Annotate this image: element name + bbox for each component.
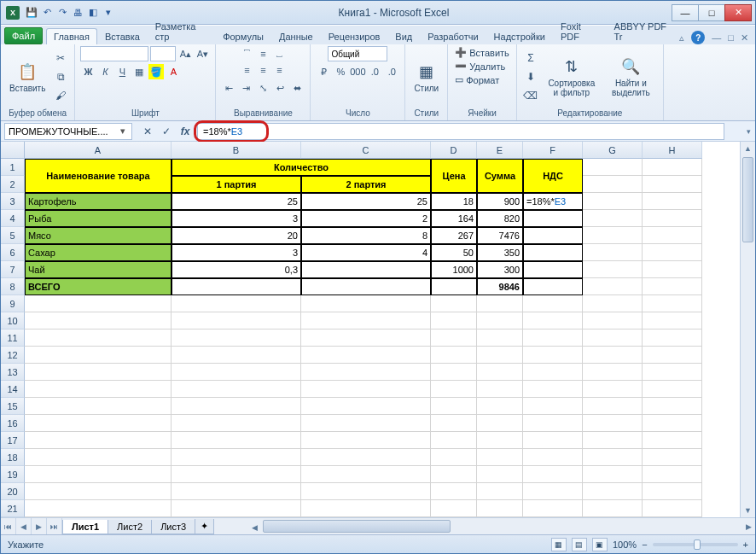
zoom-in-button[interactable]: + xyxy=(743,539,748,550)
cell[interactable]: 1000 xyxy=(431,261,477,278)
cell[interactable] xyxy=(583,227,643,244)
cell[interactable] xyxy=(301,449,431,466)
cell[interactable] xyxy=(643,415,702,432)
view-pagebreak-icon[interactable]: ▣ xyxy=(592,538,608,551)
cell[interactable] xyxy=(643,381,702,398)
cell[interactable] xyxy=(583,449,643,466)
font-color-icon[interactable]: A xyxy=(166,64,181,79)
cell[interactable] xyxy=(643,210,702,227)
cell[interactable] xyxy=(431,415,477,432)
row-header[interactable]: 18 xyxy=(1,449,25,466)
ribbon-minimize-icon[interactable]: ▵ xyxy=(679,32,684,44)
cell[interactable] xyxy=(643,227,702,244)
undo-icon[interactable]: ↶ xyxy=(40,6,54,20)
row-header[interactable]: 15 xyxy=(1,398,25,415)
cell[interactable]: 4 xyxy=(301,244,431,261)
cell[interactable] xyxy=(583,432,643,449)
cell[interactable] xyxy=(172,278,301,295)
cell[interactable] xyxy=(172,449,301,466)
row-header[interactable]: 4 xyxy=(1,210,25,227)
enter-formula-icon[interactable]: ✓ xyxy=(158,124,175,139)
cell[interactable] xyxy=(431,398,477,415)
cell[interactable] xyxy=(583,176,643,193)
cell[interactable]: 1 партия xyxy=(172,176,301,193)
cell[interactable] xyxy=(643,432,702,449)
cell[interactable] xyxy=(25,312,172,329)
cell[interactable] xyxy=(523,398,583,415)
vertical-scrollbar[interactable]: ▲ ▼ xyxy=(740,142,755,517)
cell[interactable] xyxy=(301,381,431,398)
row-header[interactable]: 11 xyxy=(1,329,25,347)
cell[interactable] xyxy=(25,381,172,398)
cell[interactable] xyxy=(643,329,702,347)
cell[interactable] xyxy=(643,483,702,500)
redo-icon[interactable]: ↷ xyxy=(55,6,69,20)
row-header[interactable]: 5 xyxy=(1,227,25,244)
cell[interactable] xyxy=(523,227,583,244)
cell[interactable] xyxy=(25,449,172,466)
cell[interactable] xyxy=(523,449,583,466)
cell[interactable] xyxy=(25,347,172,364)
cell[interactable] xyxy=(583,295,643,312)
cell[interactable] xyxy=(431,483,477,500)
formula-bar-expand-icon[interactable]: ▾ xyxy=(741,127,755,136)
orientation-icon[interactable]: ⤡ xyxy=(255,80,270,96)
cell[interactable]: НДС xyxy=(523,159,583,193)
cell[interactable] xyxy=(25,295,172,312)
select-all-corner[interactable] xyxy=(1,142,25,159)
cell[interactable] xyxy=(583,159,643,176)
col-header-G[interactable]: G xyxy=(583,142,643,159)
zoom-out-button[interactable]: − xyxy=(642,539,647,550)
cell[interactable] xyxy=(431,449,477,466)
row-header[interactable]: 1 xyxy=(1,159,25,176)
cell[interactable] xyxy=(477,364,523,381)
tab-pagelayout[interactable]: Разметка стр xyxy=(148,18,215,44)
cell[interactable] xyxy=(583,312,643,329)
cell[interactable] xyxy=(431,381,477,398)
font-family-select[interactable] xyxy=(80,46,148,61)
cell[interactable] xyxy=(477,483,523,500)
vscroll-thumb[interactable] xyxy=(742,157,753,242)
cell[interactable] xyxy=(583,398,643,415)
tab-developer[interactable]: Разработчи xyxy=(420,28,486,44)
cell[interactable]: Сумма xyxy=(477,159,523,193)
cell[interactable] xyxy=(477,329,523,347)
cell[interactable] xyxy=(172,364,301,381)
cell[interactable] xyxy=(25,466,172,483)
tab-home[interactable]: Главная xyxy=(46,28,97,44)
cell[interactable]: 3 xyxy=(172,210,301,227)
cell[interactable] xyxy=(643,500,702,517)
name-box-dropdown-icon[interactable]: ▾ xyxy=(118,125,128,137)
merge-icon[interactable]: ⬌ xyxy=(289,80,305,96)
col-header-B[interactable]: B xyxy=(172,142,301,159)
cell[interactable] xyxy=(477,415,523,432)
cell[interactable]: 50 xyxy=(431,244,477,261)
cell[interactable] xyxy=(172,483,301,500)
close-button[interactable]: ✕ xyxy=(724,4,752,21)
cell[interactable] xyxy=(583,347,643,364)
row-header[interactable]: 7 xyxy=(1,261,25,278)
number-format-select[interactable] xyxy=(328,46,387,61)
cell[interactable]: 7476 xyxy=(477,227,523,244)
cell[interactable] xyxy=(172,500,301,517)
cell[interactable] xyxy=(523,210,583,227)
tab-formulas[interactable]: Формулы xyxy=(215,28,271,44)
cell[interactable] xyxy=(477,347,523,364)
cell[interactable] xyxy=(301,500,431,517)
cell[interactable] xyxy=(25,415,172,432)
cell[interactable] xyxy=(643,261,702,278)
align-center-icon[interactable]: ≡ xyxy=(255,62,270,78)
new-sheet-button[interactable]: ✦ xyxy=(195,519,214,534)
mdi-close-icon[interactable]: ✕ xyxy=(741,32,748,44)
cancel-formula-icon[interactable]: ✕ xyxy=(139,124,156,139)
cell[interactable] xyxy=(172,432,301,449)
increase-indent-icon[interactable]: ⇥ xyxy=(238,80,253,96)
percent-icon[interactable]: % xyxy=(333,64,348,79)
cut-icon[interactable]: ✂ xyxy=(52,50,69,67)
fill-color-icon[interactable]: 🪣 xyxy=(148,64,164,79)
cell[interactable]: 820 xyxy=(477,210,523,227)
cell[interactable] xyxy=(431,364,477,381)
delete-cells-button[interactable]: ➖Удалить xyxy=(453,60,507,73)
cell[interactable] xyxy=(523,415,583,432)
cell[interactable] xyxy=(25,364,172,381)
